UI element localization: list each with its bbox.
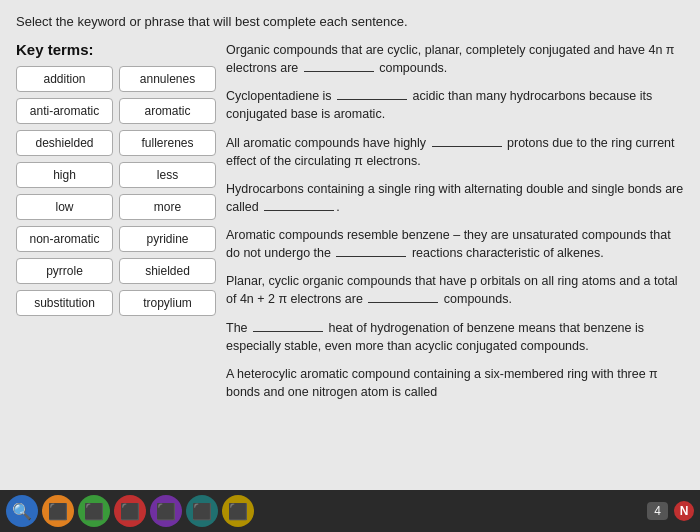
sentence-block-1: Organic compounds that are cyclic, plana… [226,41,684,77]
blank-4-1[interactable] [264,210,334,211]
sentence-block-7: The heat of hydrogenation of benzene mea… [226,319,684,355]
term-button-pyrrole[interactable]: pyrrole [16,258,113,284]
key-terms-panel: Key terms: additionannulenesanti-aromati… [16,41,216,401]
term-button-fullerenes[interactable]: fullerenes [119,130,216,156]
blank-2-1[interactable] [337,99,407,100]
term-button-addition[interactable]: addition [16,66,113,92]
content-area: Key terms: additionannulenesanti-aromati… [16,41,684,401]
taskbar-icon-4[interactable]: ⬛ [114,495,146,527]
terms-grid: additionannulenesanti-aromaticaromaticde… [16,66,216,316]
term-button-pyridine[interactable]: pyridine [119,226,216,252]
taskbar-icon-5[interactable]: ⬛ [150,495,182,527]
taskbar: 🔍 ⬛ ⬛ ⬛ ⬛ ⬛ ⬛ 4 N [0,490,700,532]
taskbar-right: 4 N [647,501,694,521]
key-terms-title: Key terms: [16,41,216,58]
term-button-tropylium[interactable]: tropylium [119,290,216,316]
main-container: Select the keyword or phrase that will b… [0,0,700,490]
term-button-deshielded[interactable]: deshielded [16,130,113,156]
sentence-block-3: All aromatic compounds have highly proto… [226,134,684,170]
blank-1-1[interactable] [304,71,374,72]
term-button-aromatic[interactable]: aromatic [119,98,216,124]
sentence-block-4: Hydrocarbons containing a single ring wi… [226,180,684,216]
blank-5-1[interactable] [336,256,406,257]
term-button-low[interactable]: low [16,194,113,220]
sentences-area: Organic compounds that are cyclic, plana… [226,41,684,401]
term-button-anti-aromatic[interactable]: anti-aromatic [16,98,113,124]
term-button-more[interactable]: more [119,194,216,220]
term-button-substitution[interactable]: substitution [16,290,113,316]
blank-7-1[interactable] [253,331,323,332]
taskbar-num: N [674,501,694,521]
term-button-less[interactable]: less [119,162,216,188]
term-button-non-aromatic[interactable]: non-aromatic [16,226,113,252]
blank-3-1[interactable] [432,146,502,147]
taskbar-icon-3[interactable]: ⬛ [78,495,110,527]
term-button-annulenes[interactable]: annulenes [119,66,216,92]
taskbar-icon-2[interactable]: ⬛ [42,495,74,527]
sentence-block-5: Aromatic compounds resemble benzene – th… [226,226,684,262]
blank-6-1[interactable] [368,302,438,303]
taskbar-icon-7[interactable]: ⬛ [222,495,254,527]
sentence-block-8: A heterocylic aromatic compound containi… [226,365,684,401]
instructions-text: Select the keyword or phrase that will b… [16,14,684,29]
taskbar-badge: 4 [647,502,668,520]
sentence-block-2: Cyclopentadiene is acidic than many hydr… [226,87,684,123]
taskbar-icon-6[interactable]: ⬛ [186,495,218,527]
taskbar-icon-1[interactable]: 🔍 [6,495,38,527]
term-button-shielded[interactable]: shielded [119,258,216,284]
sentence-block-6: Planar, cyclic organic compounds that ha… [226,272,684,308]
term-button-high[interactable]: high [16,162,113,188]
